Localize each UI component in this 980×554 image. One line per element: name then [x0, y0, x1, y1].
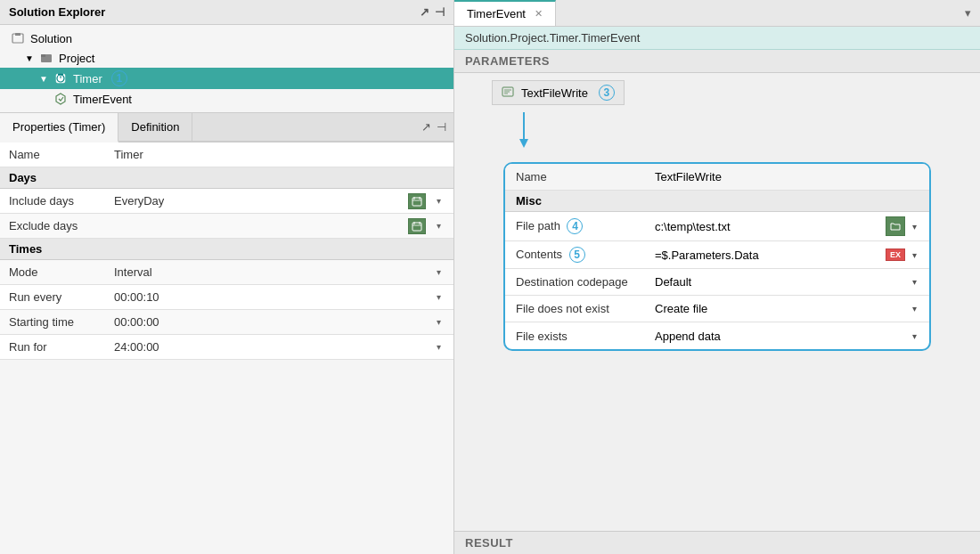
prop-row-name: Name Timer	[0, 143, 453, 167]
tree-item-timerevent[interactable]: TimerEvent	[0, 89, 453, 109]
prop-label-run-for: Run for	[0, 336, 107, 358]
prop-value-exclude-days[interactable]: ▾	[107, 215, 453, 238]
project-icon	[39, 51, 53, 65]
prop-pin-icon: ↗	[421, 120, 431, 134]
solution-icon	[11, 31, 25, 45]
param-item-label: TextFileWrite	[521, 86, 588, 100]
card-label-name: Name	[505, 165, 648, 189]
tab-properties[interactable]: Properties (Timer)	[0, 113, 118, 143]
exclude-days-calendar-icon[interactable]	[408, 218, 426, 234]
dest-codepage-dropdown[interactable]: ▾	[907, 277, 922, 287]
contents-ex-button[interactable]: EX	[886, 248, 905, 261]
tree-item-solution[interactable]: Solution	[0, 29, 453, 48]
contents-text: =$.Parameters.Data	[655, 248, 759, 262]
card-label-filepath: File path 4	[505, 213, 648, 240]
card-value-dest-codepage[interactable]: Default ▾	[648, 271, 929, 293]
solution-explorer: Solution Explorer ↗ ⊣ Solution ▼ Project	[0, 0, 453, 113]
card-row-filepath: File path 4 c:\temp\test.txt ▾	[505, 212, 929, 241]
exclude-days-dropdown[interactable]: ▾	[431, 221, 446, 231]
tree-label-timerevent: TimerEvent	[73, 93, 132, 106]
exclude-days-controls: ▾	[408, 218, 446, 234]
run-for-dropdown[interactable]: ▾	[431, 342, 446, 352]
card-value-filepath[interactable]: c:\temp\test.txt ▾	[648, 212, 929, 240]
card-value-file-not-exist[interactable]: Create file ▾	[648, 297, 929, 320]
parameters-header: PARAMETERS	[454, 50, 980, 73]
expand-arrow-timer: ▼	[39, 74, 48, 84]
filepath-folder-icon[interactable]	[886, 216, 905, 236]
include-days-text: EveryDay	[114, 194, 164, 208]
parameters-body: TextFileWrite 3	[454, 73, 980, 112]
prop-value-run-for[interactable]: 24:00:00 ▾	[107, 337, 453, 357]
prop-row-include-days: Include days EveryDay ▾	[0, 189, 453, 214]
prop-row-exclude-days: Exclude days ▾	[0, 214, 453, 239]
prop-value-name[interactable]: Timer	[107, 144, 453, 165]
prop-row-run-for: Run for 24:00:00 ▾	[0, 335, 453, 360]
card-name-text: TextFileWrite	[655, 170, 722, 183]
properties-body: Name Timer Days Include days EveryDay ▾	[0, 143, 453, 554]
include-days-dropdown[interactable]: ▾	[431, 196, 446, 206]
param-item-icon	[502, 86, 514, 101]
card-row-dest-codepage: Destination codepage Default ▾	[505, 269, 929, 296]
tab-close-icon[interactable]: ✕	[535, 8, 543, 20]
properties-panel: Properties (Timer) Definition ↗ ⊣ Name T…	[0, 113, 453, 554]
starting-time-dropdown[interactable]: ▾	[431, 317, 446, 327]
run-every-dropdown[interactable]: ▾	[431, 292, 446, 302]
tree-item-project[interactable]: ▼ Project	[0, 48, 453, 68]
solution-explorer-title: Solution Explorer	[9, 5, 105, 19]
tree-item-timer[interactable]: ▼ Timer 1	[0, 68, 453, 89]
prop-value-starting-time[interactable]: 00:00:00 ▾	[107, 312, 453, 332]
prop-row-mode: Mode Interval ▾	[0, 260, 453, 285]
annotation-badge-5: 5	[569, 247, 585, 263]
tab-properties-label: Properties (Timer)	[12, 120, 105, 134]
prop-value-include-days[interactable]: EveryDay ▾	[107, 190, 453, 213]
card-value-file-exists[interactable]: Append data ▾	[648, 325, 929, 347]
dock-icon: ⊣	[435, 5, 445, 19]
tree-label-solution: Solution	[30, 32, 72, 45]
tab-dropdown-icon[interactable]: ▾	[956, 1, 980, 25]
contents-dropdown[interactable]: ▾	[907, 250, 922, 260]
expand-arrow-project: ▼	[25, 53, 34, 63]
se-tree: Solution ▼ Project ▼ Timer 1	[0, 25, 453, 112]
card-label-dest-codepage: Destination codepage	[505, 270, 648, 294]
filepath-dropdown[interactable]: ▾	[907, 222, 922, 232]
file-not-exist-dropdown[interactable]: ▾	[907, 304, 922, 314]
prop-label-starting-time: Starting time	[0, 311, 107, 333]
file-exists-dropdown[interactable]: ▾	[907, 331, 922, 341]
breadcrumb: Solution.Project.Timer.TimerEvent	[454, 27, 980, 50]
annotation-badge-4: 4	[567, 218, 583, 234]
card-label-file-exists: File exists	[505, 324, 648, 348]
arrow-area	[454, 112, 980, 151]
prop-label-mode: Mode	[0, 261, 107, 283]
prop-dock-icon: ⊣	[437, 120, 446, 134]
filepath-controls: ▾	[886, 216, 922, 236]
card-value-name[interactable]: TextFileWrite	[648, 166, 929, 188]
include-days-controls: ▾	[408, 193, 446, 209]
filepath-text: c:\temp\test.txt	[655, 220, 731, 233]
card-label-contents: Contents 5	[505, 241, 648, 268]
tab-definition-label: Definition	[131, 120, 179, 134]
tab-timerevent-label: TimerEvent	[467, 7, 526, 20]
card-row-file-exists: File exists Append data ▾	[505, 322, 929, 349]
include-days-calendar-icon[interactable]	[408, 193, 426, 209]
card-row-file-not-exist: File does not exist Create file ▾	[505, 296, 929, 322]
mode-text: Interval	[114, 265, 152, 279]
starting-time-text: 00:00:00	[114, 315, 159, 329]
parameters-label: PARAMETERS	[465, 54, 550, 68]
prop-label-run-every: Run every	[0, 286, 107, 308]
right-panel: TimerEvent ✕ ▾ Solution.Project.Timer.Ti…	[454, 0, 980, 554]
card-value-contents[interactable]: =$.Parameters.Data EX ▾	[648, 244, 929, 266]
file-not-exist-text: Create file	[655, 302, 707, 315]
param-item-textfilewrite[interactable]: TextFileWrite 3	[492, 80, 625, 105]
prop-header-icons: ↗ ⊣	[414, 113, 453, 141]
annotation-badge-3: 3	[599, 85, 615, 101]
mode-dropdown[interactable]: ▾	[431, 267, 446, 277]
down-arrow-svg	[515, 112, 533, 148]
card-row-name: Name TextFileWrite	[505, 164, 929, 191]
tab-timerevent[interactable]: TimerEvent ✕	[454, 0, 556, 26]
prop-value-run-every[interactable]: 00:00:10 ▾	[107, 287, 453, 307]
props-card: Name TextFileWrite Misc File path 4 c:\t…	[503, 162, 931, 351]
svg-rect-7	[58, 74, 63, 76]
tab-definition[interactable]: Definition	[118, 113, 192, 141]
prop-value-mode[interactable]: Interval ▾	[107, 262, 453, 282]
card-section-misc: Misc	[505, 191, 929, 212]
